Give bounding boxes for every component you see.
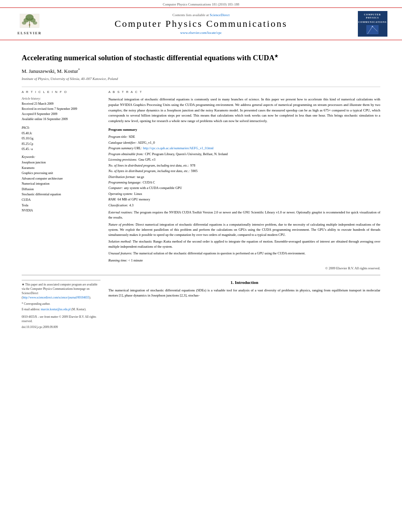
- language-line: Programming language: CUDA C: [108, 180, 380, 185]
- sciencedirect-link[interactable]: ScienceDirect: [210, 13, 229, 17]
- running-block: Running time: < 1 minute: [108, 258, 380, 263]
- keywords-title: Keywords:: [22, 155, 100, 159]
- format-line: Distribution format: tar.gz: [108, 174, 380, 180]
- star-symbol: ★: [22, 283, 25, 286]
- abstract-label: A B S T R A C T: [108, 90, 380, 94]
- journal-logo-box: COMPUTER PHYSICS COMMUNICATIONS: [358, 11, 387, 37]
- intro-section: ★ This paper and its associated computer…: [22, 280, 380, 330]
- corresponding-footnote: * Corresponding author.: [22, 302, 100, 306]
- classification-line: Classification: 4.3: [108, 202, 380, 208]
- pacs-items: 05.40.Jc 05.10.Gg 85.25.Cp 05.45.−a: [22, 131, 100, 152]
- affiliation: Institute of Physics, University of Sile…: [22, 77, 380, 81]
- logo-graphic: [365, 25, 380, 35]
- abstract-column: A B S T R A C T Numerical integration of…: [108, 90, 380, 270]
- article-info-label: A R T I C L E I N F O: [22, 90, 100, 94]
- article-dates: Received 23 March 2009 Received in revis…: [22, 102, 100, 122]
- catalogue-line: Catalogue identifier: AEFG_v1_0: [108, 140, 380, 145]
- email-link[interactable]: marcin.kostur@us.edu.pl: [41, 308, 71, 311]
- pacs-title: PACS:: [22, 126, 100, 130]
- nature-block: Nature of problem: Direct numerical inte…: [108, 222, 380, 238]
- intro-text: The numerical integration of stochastic …: [108, 288, 380, 298]
- program-title-line: Program title: SDE: [108, 134, 380, 139]
- journal-title-center: Contents lists available at ScienceDirec…: [47, 13, 355, 35]
- contents-available: Contents lists available at ScienceDirec…: [47, 13, 355, 17]
- copyright: © 2009 Elsevier B.V. All rights reserved…: [108, 266, 380, 270]
- journal-logo-right: COMPUTER PHYSICS COMMUNICATIONS: [355, 11, 390, 37]
- unusual-block: Unusual features: The numerical solution…: [108, 251, 380, 256]
- elsevier-tree-icon: [18, 13, 41, 30]
- abstract-text: Numerical integration of stochastic diff…: [108, 97, 380, 124]
- program-summary: Program summary Program title: SDE Catal…: [108, 128, 380, 270]
- bytes-line: No. of bytes in distributed program, inc…: [108, 168, 380, 174]
- journal-citation: Computer Physics Communications 181 (201…: [163, 2, 239, 6]
- program-summary-title: Program summary: [108, 128, 380, 132]
- keywords-block: Keywords: Josephson junction Kuramoto Gr…: [22, 155, 100, 213]
- title-star: ★: [274, 54, 278, 58]
- ram-line: RAM: 64 MB of GPU memory: [108, 196, 380, 202]
- pacs-block: PACS: 05.40.Jc 05.10.Gg 85.25.Cp 05.45.−…: [22, 126, 100, 152]
- author-star: *: [78, 68, 80, 72]
- external-routines-block: External routines: The program requires …: [108, 210, 380, 220]
- article-info-column: A R T I C L E I N F O Article history: R…: [22, 90, 100, 270]
- licensing-line: Licensing provisions: Gnu GPL v3: [108, 157, 380, 162]
- lines-line: No. of lines in distributed program, inc…: [108, 163, 380, 168]
- footnotes-column: ★ This paper and its associated computer…: [22, 280, 100, 330]
- summary-url-link[interactable]: http://cpc.cs.qub.ac.uk/summaries/AEFG_v…: [143, 146, 214, 150]
- journal-url[interactable]: www.elsevier.com/locate/cpc: [47, 31, 355, 35]
- authors: M. Januszewski, M. Kostur*: [22, 68, 380, 74]
- journal-name: Computer Physics Communications: [47, 19, 355, 29]
- two-column-layout: A R T I C L E I N F O Article history: R…: [22, 90, 380, 270]
- keywords-list: Josephson junction Kuramoto Graphics pro…: [22, 160, 100, 213]
- solution-block: Solution method: The stochastic Runge–Ku…: [108, 239, 380, 249]
- svg-point-7: [29, 24, 30, 26]
- article-title: Accelerating numerical solution of stoch…: [22, 53, 380, 63]
- journal-citation-bar: Computer Physics Communications 181 (201…: [0, 0, 402, 7]
- computer-line: Computer: any system with a CUDA-compati…: [108, 185, 380, 191]
- summary-url-line: Program summary URL: http://cpc.cs.qub.a…: [108, 145, 380, 151]
- email-footnote: E-mail address: marcin.kostur@us.edu.pl …: [22, 307, 100, 311]
- obtainable-line: Program obtainable from: CPC Program Lib…: [108, 151, 380, 157]
- os-line: Operating system: Linux: [108, 191, 380, 196]
- journal-header: ELSEVIER Contents lists available at Sci…: [0, 7, 402, 40]
- page: Computer Physics Communications 181 (201…: [0, 0, 402, 532]
- main-content: Accelerating numerical solution of stoch…: [0, 40, 402, 334]
- introduction-column: 1. Introduction The numerical integratio…: [108, 280, 380, 330]
- issn-line: 0010-4655/$ – see front matter © 2009 El…: [22, 315, 100, 324]
- bottom-divider: [22, 275, 380, 275]
- doi-line: doi:10.1016/j.cpc.2009.09.009: [22, 325, 100, 329]
- article-divider: [22, 87, 380, 87]
- history-title: Article history:: [22, 97, 100, 100]
- star-footnote: ★ This paper and its associated computer…: [22, 282, 100, 300]
- svg-point-6: [33, 21, 37, 24]
- footnote-link[interactable]: http://www.sciencedirect.com/science/jou…: [23, 296, 89, 299]
- elsevier-logo: ELSEVIER: [12, 13, 47, 35]
- elsevier-text: ELSEVIER: [17, 31, 42, 35]
- svg-point-11: [372, 26, 373, 27]
- svg-point-5: [22, 21, 26, 24]
- email-label: E-mail address:: [22, 308, 40, 311]
- journal-logo-text: COMPUTER PHYSICS COMMUNICATIONS: [358, 13, 387, 24]
- article-history-block: Article history: Received 23 March 2009 …: [22, 97, 100, 122]
- footnotes-area: ★ This paper and its associated computer…: [22, 280, 100, 329]
- intro-heading: 1. Introduction: [108, 280, 380, 285]
- email-name: (M. Kostur).: [71, 308, 86, 311]
